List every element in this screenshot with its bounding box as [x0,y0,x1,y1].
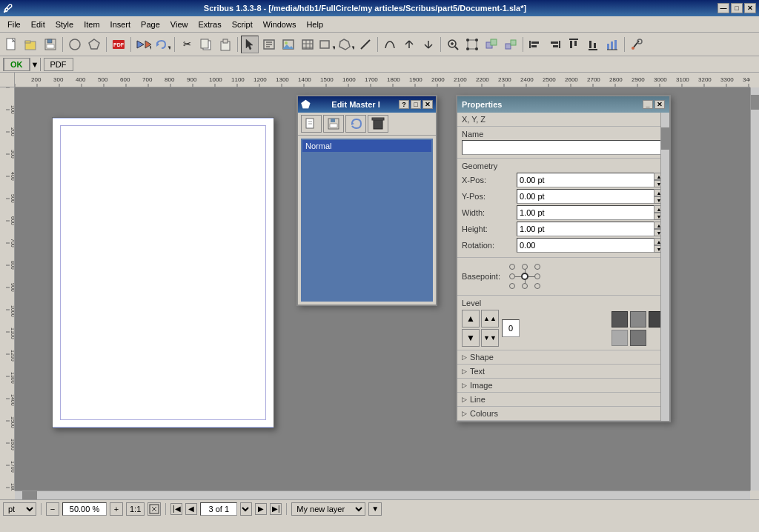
properties-minimize-button[interactable]: _ [643,100,653,109]
menu-item-file[interactable]: File [3,19,25,30]
edit-master-close-button[interactable]: ✕ [422,100,433,109]
open-button[interactable] [22,36,40,53]
properties-scrollbar-thumb[interactable] [661,127,669,150]
vertical-scrollbar[interactable] [750,87,759,491]
em-save-button[interactable] [323,115,344,133]
prev-page-button[interactable]: ◀ [185,503,197,515]
zoom-out-button[interactable]: − [46,502,59,516]
frame-link-button[interactable] [400,36,418,53]
pdf-mark-button[interactable]: PDF [110,36,127,53]
close-button[interactable]: ✕ [744,3,756,13]
menu-item-edit[interactable]: Edit [27,19,50,30]
width-spinbox[interactable]: ▲ ▼ [517,205,665,220]
copy-button[interactable] [197,36,215,53]
name-input[interactable] [462,140,665,155]
text-frame-button[interactable] [260,36,278,53]
align-top-button[interactable] [565,36,583,53]
align-left-button[interactable] [526,36,544,53]
level-raise-button[interactable]: ▲▲ [481,310,499,327]
layer-dropdown-button[interactable]: ▼ [368,502,382,516]
shape-section-header[interactable]: ▷ Shape [457,350,669,365]
horizontal-scrollbar[interactable] [15,491,750,499]
edit-master-help-button[interactable]: ? [399,100,409,109]
menu-item-extras[interactable]: Extras [193,19,225,30]
menu-item-insert[interactable]: Insert [106,19,136,30]
layer-selector[interactable]: My new layer [291,502,365,516]
hscroll-thumb[interactable] [22,491,37,499]
level-icon-btn-2[interactable] [630,311,646,327]
width-input[interactable] [517,208,654,217]
ok-dropdown-button[interactable]: ▼ [30,58,40,71]
bp-bottomcenter[interactable] [522,283,528,289]
rotation-spinbox[interactable]: ▲ ▼ [517,238,665,253]
vscroll-thumb[interactable] [751,95,759,110]
bp-midleft[interactable] [509,273,515,279]
last-page-button[interactable]: ▶| [270,503,282,515]
menu-item-view[interactable]: View [166,19,193,30]
unlink-button[interactable] [420,36,437,53]
minimize-button[interactable]: — [717,3,729,13]
image-section-header[interactable]: ▷ Image [457,379,669,393]
table-button[interactable] [299,36,316,53]
zoom-ratio-button[interactable]: 1:1 [126,502,145,516]
em-refresh-button[interactable] [345,115,366,133]
basepoint-widget[interactable] [506,261,543,292]
ungroup-button[interactable] [502,36,520,53]
zoom-fit-button[interactable] [148,502,161,516]
bp-topright[interactable] [534,264,540,270]
properties-controls[interactable]: _ ✕ [643,100,665,109]
titlebar-controls[interactable]: — □ ✕ [717,3,756,13]
page-number-input[interactable] [200,502,237,516]
ypos-spinbox[interactable]: ▲ ▼ [517,189,665,204]
edit-master-list[interactable]: Normal [301,139,433,302]
circle-tool-button[interactable] [66,36,84,53]
properties-close-button[interactable]: ✕ [654,100,665,109]
xpos-input[interactable] [517,176,654,184]
image-frame-button[interactable] [279,36,297,53]
level-raise-top-button[interactable]: ▲ [462,310,480,327]
arrow-dropdown-button[interactable]: ▼ [134,36,152,53]
maximize-button[interactable]: □ [731,3,743,13]
next-page-button[interactable]: ▶ [255,503,267,515]
height-input[interactable] [517,225,654,233]
em-list-item-normal[interactable]: Normal [302,140,431,152]
level-icon-btn-1[interactable] [611,311,628,327]
bp-bottomleft[interactable] [509,283,515,289]
menu-item-page[interactable]: Page [136,19,165,30]
new-button[interactable] [3,36,21,53]
bp-bottomright[interactable] [534,283,540,289]
edit-frame-button[interactable] [463,36,481,53]
colours-section-header[interactable]: ▷ Colours [457,407,669,421]
bp-center[interactable] [521,273,528,280]
bp-topcenter[interactable] [522,264,528,270]
menu-item-style[interactable]: Style [51,19,78,30]
line-button[interactable] [357,36,374,53]
xpos-spinbox[interactable]: ▲ ▼ [517,173,665,187]
text-section-header[interactable]: ▷ Text [457,365,669,379]
edit-master-minimize-button[interactable]: □ [411,100,421,109]
zoom-in-button[interactable]: + [110,502,123,516]
properties-scrollbar[interactable] [660,113,669,421]
save-button[interactable] [42,36,59,53]
level-icon-btn-5[interactable] [630,330,646,346]
first-page-button[interactable]: |◀ [170,503,182,515]
undo-dropdown-button[interactable]: ▼ [153,36,171,53]
paste-button[interactable] [216,36,234,53]
menu-item-script[interactable]: Script [228,19,257,30]
unit-selector[interactable]: pt mm in [3,502,36,516]
polygon-tool-button[interactable] [85,36,103,53]
ok-mode-button[interactable]: OK [4,58,30,71]
line-section-header[interactable]: ▷ Line [457,393,669,407]
ypos-input[interactable] [517,192,654,201]
level-icon-btn-4[interactable] [611,330,628,346]
chart-button[interactable] [603,36,621,53]
shape-dropdown-button[interactable]: ▼ [318,36,336,53]
level-lower-bottom-button[interactable]: ▼▼ [481,329,499,347]
em-delete-button[interactable] [368,115,388,133]
zoom-button[interactable] [444,36,462,53]
align-bottom-button[interactable] [584,36,602,53]
level-lower-button[interactable]: ▼ [462,329,480,347]
polygon-dropdown-button[interactable]: ▼ [337,36,355,53]
bezier-button[interactable] [381,36,399,53]
pdf-mode-button[interactable]: PDF [44,58,73,71]
